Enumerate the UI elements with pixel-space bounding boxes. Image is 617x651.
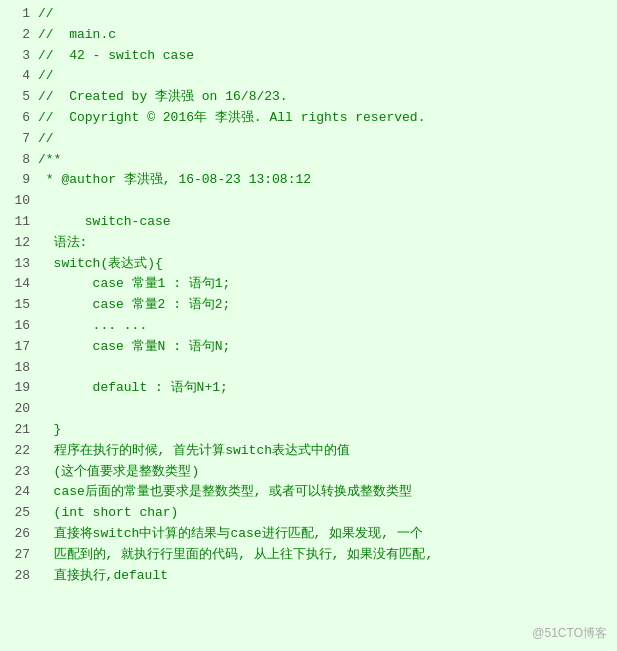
line-content: } (38, 420, 61, 441)
code-line: 20 (0, 399, 617, 420)
line-content: case 常量1 : 语句1; (38, 274, 230, 295)
line-content: // main.c (38, 25, 116, 46)
watermark: @51CTO博客 (532, 624, 607, 643)
code-line: 17 case 常量N : 语句N; (0, 337, 617, 358)
code-line: 12 语法: (0, 233, 617, 254)
line-content: (这个值要求是整数类型) (38, 462, 199, 483)
line-number: 25 (2, 503, 30, 524)
code-line: 15 case 常量2 : 语句2; (0, 295, 617, 316)
code-line: 23 (这个值要求是整数类型) (0, 462, 617, 483)
line-number: 17 (2, 337, 30, 358)
line-number: 7 (2, 129, 30, 150)
line-number: 27 (2, 545, 30, 566)
code-line: 26 直接将switch中计算的结果与case进行匹配, 如果发现, 一个 (0, 524, 617, 545)
code-line: 25 (int short char) (0, 503, 617, 524)
line-number: 23 (2, 462, 30, 483)
line-number: 12 (2, 233, 30, 254)
line-number: 11 (2, 212, 30, 233)
line-content: 匹配到的, 就执行行里面的代码, 从上往下执行, 如果没有匹配, (38, 545, 433, 566)
code-line: 4// (0, 66, 617, 87)
line-number: 2 (2, 25, 30, 46)
line-number: 10 (2, 191, 30, 212)
code-line: 6// Copyright © 2016年 李洪强. All rights re… (0, 108, 617, 129)
line-number: 6 (2, 108, 30, 129)
code-line: 3// 42 - switch case (0, 46, 617, 67)
code-line: 13 switch(表达式){ (0, 254, 617, 275)
line-number: 16 (2, 316, 30, 337)
code-line: 14 case 常量1 : 语句1; (0, 274, 617, 295)
line-content: // (38, 4, 54, 25)
line-number: 1 (2, 4, 30, 25)
code-line: 16 ... ... (0, 316, 617, 337)
line-content: // 42 - switch case (38, 46, 194, 67)
code-line: 10 (0, 191, 617, 212)
code-line: 21 } (0, 420, 617, 441)
code-line: 8/** (0, 150, 617, 171)
line-content: * @author 李洪强, 16-08-23 13:08:12 (38, 170, 311, 191)
line-number: 18 (2, 358, 30, 379)
line-content: 直接将switch中计算的结果与case进行匹配, 如果发现, 一个 (38, 524, 423, 545)
line-number: 24 (2, 482, 30, 503)
line-number: 20 (2, 399, 30, 420)
line-content: (int short char) (38, 503, 178, 524)
code-line: 2// main.c (0, 25, 617, 46)
code-line: 1// (0, 4, 617, 25)
line-number: 26 (2, 524, 30, 545)
line-content: // Copyright © 2016年 李洪强. All rights res… (38, 108, 425, 129)
line-number: 21 (2, 420, 30, 441)
line-content: default : 语句N+1; (38, 378, 228, 399)
line-content: // (38, 129, 54, 150)
line-number: 19 (2, 378, 30, 399)
line-content: 直接执行,default (38, 566, 168, 587)
line-number: 3 (2, 46, 30, 67)
line-content: // Created by 李洪强 on 16/8/23. (38, 87, 288, 108)
line-content: case 常量2 : 语句2; (38, 295, 230, 316)
code-line: 11 switch-case (0, 212, 617, 233)
code-container: 1//2// main.c3// 42 - switch case4//5// … (0, 0, 617, 651)
line-content: ... ... (38, 316, 147, 337)
line-number: 9 (2, 170, 30, 191)
line-number: 28 (2, 566, 30, 587)
line-content: /** (38, 150, 61, 171)
line-content: switch(表达式){ (38, 254, 163, 275)
line-content: 程序在执行的时候, 首先计算switch表达式中的值 (38, 441, 350, 462)
code-line: 9 * @author 李洪强, 16-08-23 13:08:12 (0, 170, 617, 191)
line-content: case 常量N : 语句N; (38, 337, 230, 358)
line-number: 8 (2, 150, 30, 171)
code-line: 18 (0, 358, 617, 379)
line-number: 22 (2, 441, 30, 462)
code-line: 5// Created by 李洪强 on 16/8/23. (0, 87, 617, 108)
code-line: 24 case后面的常量也要求是整数类型, 或者可以转换成整数类型 (0, 482, 617, 503)
line-number: 5 (2, 87, 30, 108)
line-content: // (38, 66, 54, 87)
line-number: 13 (2, 254, 30, 275)
line-number: 14 (2, 274, 30, 295)
line-number: 15 (2, 295, 30, 316)
code-line: 19 default : 语句N+1; (0, 378, 617, 399)
line-content: case后面的常量也要求是整数类型, 或者可以转换成整数类型 (38, 482, 412, 503)
code-line: 28 直接执行,default (0, 566, 617, 587)
code-line: 7// (0, 129, 617, 150)
line-number: 4 (2, 66, 30, 87)
line-content: switch-case (38, 212, 171, 233)
line-content: 语法: (38, 233, 87, 254)
code-line: 22 程序在执行的时候, 首先计算switch表达式中的值 (0, 441, 617, 462)
code-line: 27 匹配到的, 就执行行里面的代码, 从上往下执行, 如果没有匹配, (0, 545, 617, 566)
